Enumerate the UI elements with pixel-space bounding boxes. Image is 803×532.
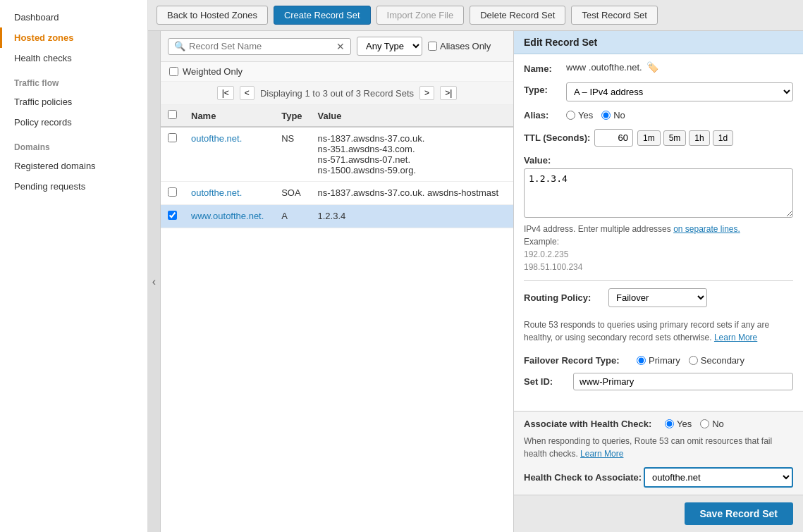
pagination-last-button[interactable]: >| <box>440 86 457 100</box>
type-value-container: A – IPv4 address AAAA – IPv6 address CNA… <box>566 82 793 101</box>
pagination-prev-button[interactable]: < <box>240 86 255 100</box>
ttl-1h-button[interactable]: 1h <box>689 130 709 146</box>
pagination-next-button[interactable]: > <box>419 86 434 100</box>
record-name-link[interactable]: www.outofthe.net. <box>191 211 264 221</box>
main-content: Back to Hosted Zones Create Record Set I… <box>148 0 803 532</box>
health-check-description: When responding to queries, Route 53 can… <box>524 435 793 460</box>
ttl-1m-button[interactable]: 1m <box>637 130 661 146</box>
select-all-checkbox[interactable] <box>168 110 177 119</box>
row-checkbox-1[interactable] <box>168 187 177 197</box>
sidebar-item-policy-records[interactable]: Policy records <box>0 112 147 132</box>
value-example1: 192.0.2.235 <box>524 249 568 259</box>
name-edit-icon[interactable]: 🏷️ <box>646 61 658 73</box>
ttl-shortcuts: 1m 5m 1h 1d <box>637 130 733 146</box>
row-checkbox-0[interactable] <box>168 133 177 142</box>
domains-section-label: Domains <box>0 132 147 156</box>
health-no-radio[interactable] <box>700 419 709 428</box>
health-no-label[interactable]: No <box>700 419 724 429</box>
delete-record-set-button[interactable]: Delete Record Set <box>470 6 565 25</box>
value-hint-link[interactable]: on separate lines. <box>673 224 740 234</box>
weighted-only-checkbox[interactable] <box>169 67 178 76</box>
aliases-only-label[interactable]: Aliases Only <box>440 41 491 51</box>
health-check-title: Associate with Health Check: <box>524 419 665 429</box>
col-header-name: Name <box>184 105 274 127</box>
type-filter-select[interactable]: Any Type A AAAA CNAME MX NS PTR SOA TXT <box>357 37 422 56</box>
ttl-label: TTL (Seconds): <box>524 132 594 143</box>
record-value: ns-1837.awsdns-37.co.uk.ns-351.awsdns-43… <box>311 127 513 182</box>
search-input-wrap: 🔍 ✕ <box>168 38 351 55</box>
ttl-input[interactable] <box>594 129 633 147</box>
search-bar: 🔍 ✕ Any Type A AAAA CNAME MX NS PTR SOA … <box>161 31 513 62</box>
search-clear-icon[interactable]: ✕ <box>336 41 345 52</box>
table-row[interactable]: www.outofthe.net.A1.2.3.4 <box>161 205 513 228</box>
toolbar: Back to Hosted Zones Create Record Set I… <box>148 0 803 31</box>
collapse-handle[interactable]: ‹ <box>148 31 161 532</box>
sidebar-item-registered-domains[interactable]: Registered domains <box>0 156 147 176</box>
name-value-container: www .outofthe.net. 🏷️ <box>566 61 793 73</box>
table-row[interactable]: outofthe.net.NSns-1837.awsdns-37.co.uk.n… <box>161 127 513 182</box>
alias-yes-label[interactable]: Yes <box>566 110 593 120</box>
failover-primary-label[interactable]: Primary <box>637 355 680 366</box>
sidebar-item-dashboard[interactable]: Dashboard <box>0 7 147 27</box>
traffic-flow-section-label: Traffic flow <box>0 68 147 92</box>
health-title-row: Associate with Health Check: Yes No <box>524 419 793 429</box>
health-learn-more-link[interactable]: Learn More <box>580 449 623 459</box>
alias-yes-radio[interactable] <box>566 111 575 120</box>
edit-panel-title: Edit Record Set <box>514 31 803 54</box>
sidebar-item-pending-requests[interactable]: Pending requests <box>0 176 147 197</box>
alias-row: Alias: Yes No <box>524 110 793 120</box>
routing-learn-more-link[interactable]: Learn More <box>714 333 757 342</box>
name-value: www .outofthe.net. <box>566 62 642 73</box>
health-associate-row: Health Check to Associate: outofthe.net <box>524 467 793 488</box>
create-record-set-button[interactable]: Create Record Set <box>274 6 371 25</box>
aliases-only-checkbox[interactable] <box>428 42 437 51</box>
record-list-panel: 🔍 ✕ Any Type A AAAA CNAME MX NS PTR SOA … <box>161 31 514 532</box>
record-table: Name Type Value outofthe.net.NSns-1837.a… <box>161 105 513 532</box>
alias-no-label[interactable]: No <box>601 110 625 120</box>
save-record-set-button[interactable]: Save Record Set <box>685 502 794 525</box>
health-yes-radio[interactable] <box>665 419 674 428</box>
pagination-first-button[interactable]: |< <box>217 86 234 100</box>
routing-policy-row: Routing Policy: Simple Weighted Latency … <box>524 288 793 307</box>
value-label: Value: <box>524 155 793 166</box>
test-record-set-button[interactable]: Test Record Set <box>571 6 658 25</box>
table-row[interactable]: outofthe.net.SOAns-1837.awsdns-37.co.uk.… <box>161 182 513 205</box>
value-textarea[interactable]: 1.2.3.4 <box>524 168 793 218</box>
type-select[interactable]: A – IPv4 address AAAA – IPv6 address CNA… <box>566 82 793 101</box>
search-input[interactable] <box>189 41 336 51</box>
health-associate-label: Health Check to Associate: <box>524 472 644 483</box>
name-label: Name: <box>524 61 566 74</box>
ttl-1d-button[interactable]: 1d <box>713 130 733 146</box>
failover-radio-group: Primary Secondary <box>637 355 744 366</box>
record-name-link[interactable]: outofthe.net. <box>191 133 242 144</box>
record-value: ns-1837.awsdns-37.co.uk. awsdns-hostmast <box>311 182 513 205</box>
weighted-only-label[interactable]: Weighted Only <box>183 66 243 77</box>
health-check-section: Associate with Health Check: Yes No When <box>514 411 803 495</box>
col-header-value: Value <box>311 105 513 127</box>
failover-primary-radio[interactable] <box>637 356 646 365</box>
back-button[interactable]: Back to Hosted Zones <box>157 6 268 25</box>
set-id-input[interactable] <box>573 373 793 390</box>
failover-secondary-radio[interactable] <box>689 356 698 365</box>
search-icon: 🔍 <box>174 41 185 51</box>
failover-secondary-label[interactable]: Secondary <box>689 355 744 366</box>
row-checkbox-2[interactable] <box>168 211 177 220</box>
type-label: Type: <box>524 82 566 95</box>
health-check-radio-group: Yes No <box>665 419 724 429</box>
pagination-text: Displaying 1 to 3 out of 3 Record Sets <box>260 88 414 99</box>
value-row: Value: 1.2.3.4 IPv4 address. Enter multi… <box>524 155 793 273</box>
sidebar-item-hosted-zones[interactable]: Hosted zones <box>0 27 147 48</box>
alias-no-radio[interactable] <box>601 111 611 120</box>
health-check-select[interactable]: outofthe.net <box>644 467 793 488</box>
import-zone-file-button[interactable]: Import Zone File <box>376 6 465 25</box>
sidebar-item-traffic-policies[interactable]: Traffic policies <box>0 92 147 112</box>
record-name-link[interactable]: outofthe.net. <box>191 187 242 198</box>
health-yes-label[interactable]: Yes <box>665 419 692 429</box>
value-hint: IPv4 address. Enter multiple addresses o… <box>524 223 793 273</box>
routing-policy-select[interactable]: Simple Weighted Latency Failover Geoloca… <box>608 288 707 307</box>
name-field-row: Name: www .outofthe.net. 🏷️ <box>524 61 793 74</box>
weighted-only-bar: Weighted Only <box>161 62 513 82</box>
ttl-5m-button[interactable]: 5m <box>663 130 687 146</box>
aliases-only-checkbox-group: Aliases Only <box>428 41 491 51</box>
sidebar-item-health-checks[interactable]: Health checks <box>0 48 147 68</box>
